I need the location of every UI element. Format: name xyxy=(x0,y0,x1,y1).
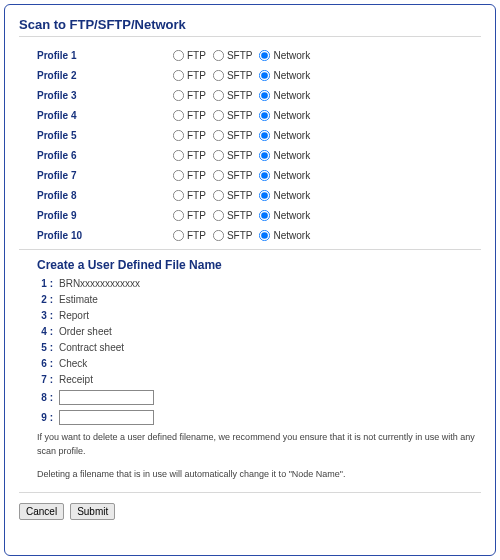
radio-input-ftp[interactable] xyxy=(173,129,184,140)
profile-label[interactable]: Profile 4 xyxy=(37,110,172,121)
radio-label-sftp: SFTP xyxy=(227,110,253,121)
radio-input-network[interactable] xyxy=(259,209,270,220)
radio-label-network: Network xyxy=(273,90,310,101)
radio-input-ftp[interactable] xyxy=(173,189,184,200)
filename-input[interactable] xyxy=(59,410,154,425)
profile-label[interactable]: Profile 6 xyxy=(37,150,172,161)
radio-sftp[interactable]: SFTP xyxy=(212,89,253,102)
radio-network[interactable]: Network xyxy=(258,169,310,182)
radio-network[interactable]: Network xyxy=(258,229,310,242)
radio-ftp[interactable]: FTP xyxy=(172,49,206,62)
radio-input-network[interactable] xyxy=(259,229,270,240)
radio-input-network[interactable] xyxy=(259,69,270,80)
radio-network[interactable]: Network xyxy=(258,209,310,222)
radio-label-sftp: SFTP xyxy=(227,70,253,81)
radio-network[interactable]: Network xyxy=(258,89,310,102)
filename-row: 3 :Report xyxy=(37,310,481,321)
radio-network[interactable]: Network xyxy=(258,189,310,202)
radio-ftp[interactable]: FTP xyxy=(172,129,206,142)
radio-input-sftp[interactable] xyxy=(213,169,224,180)
radio-input-network[interactable] xyxy=(259,169,270,180)
profile-label[interactable]: Profile 5 xyxy=(37,130,172,141)
radio-input-sftp[interactable] xyxy=(213,189,224,200)
filename-value: Check xyxy=(59,358,87,369)
radio-ftp[interactable]: FTP xyxy=(172,149,206,162)
radio-ftp[interactable]: FTP xyxy=(172,169,206,182)
radio-ftp[interactable]: FTP xyxy=(172,189,206,202)
radio-label-ftp: FTP xyxy=(187,130,206,141)
radio-ftp[interactable]: FTP xyxy=(172,209,206,222)
radio-label-network: Network xyxy=(273,190,310,201)
filename-index: 8 : xyxy=(37,392,59,403)
radio-label-sftp: SFTP xyxy=(227,230,253,241)
radio-input-sftp[interactable] xyxy=(213,129,224,140)
radio-input-sftp[interactable] xyxy=(213,109,224,120)
radio-network[interactable]: Network xyxy=(258,129,310,142)
profile-label[interactable]: Profile 2 xyxy=(37,70,172,81)
profile-row: Profile 2FTPSFTPNetwork xyxy=(37,65,471,85)
radio-input-network[interactable] xyxy=(259,89,270,100)
radio-label-ftp: FTP xyxy=(187,190,206,201)
radio-network[interactable]: Network xyxy=(258,109,310,122)
radio-input-sftp[interactable] xyxy=(213,49,224,60)
filename-row: 8 : xyxy=(37,390,481,405)
radio-sftp[interactable]: SFTP xyxy=(212,49,253,62)
radio-input-network[interactable] xyxy=(259,49,270,60)
radio-input-ftp[interactable] xyxy=(173,209,184,220)
radio-input-sftp[interactable] xyxy=(213,69,224,80)
radio-ftp[interactable]: FTP xyxy=(172,69,206,82)
radio-sftp[interactable]: SFTP xyxy=(212,69,253,82)
radio-network[interactable]: Network xyxy=(258,149,310,162)
radio-input-ftp[interactable] xyxy=(173,149,184,160)
radio-label-ftp: FTP xyxy=(187,90,206,101)
radio-group: FTPSFTPNetwork xyxy=(172,69,316,82)
radio-input-ftp[interactable] xyxy=(173,109,184,120)
profile-row: Profile 6FTPSFTPNetwork xyxy=(37,145,471,165)
profile-label[interactable]: Profile 1 xyxy=(37,50,172,61)
submit-button[interactable]: Submit xyxy=(70,503,115,520)
radio-sftp[interactable]: SFTP xyxy=(212,149,253,162)
profile-row: Profile 4FTPSFTPNetwork xyxy=(37,105,471,125)
radio-ftp[interactable]: FTP xyxy=(172,229,206,242)
filename-row: 1 :BRNxxxxxxxxxxxx xyxy=(37,278,481,289)
filename-value: Report xyxy=(59,310,89,321)
filename-value: BRNxxxxxxxxxxxx xyxy=(59,278,140,289)
radio-input-network[interactable] xyxy=(259,109,270,120)
filename-input[interactable] xyxy=(59,390,154,405)
profile-label[interactable]: Profile 10 xyxy=(37,230,172,241)
radio-sftp[interactable]: SFTP xyxy=(212,129,253,142)
radio-label-network: Network xyxy=(273,110,310,121)
radio-input-ftp[interactable] xyxy=(173,49,184,60)
radio-input-ftp[interactable] xyxy=(173,169,184,180)
radio-sftp[interactable]: SFTP xyxy=(212,209,253,222)
radio-input-sftp[interactable] xyxy=(213,149,224,160)
radio-ftp[interactable]: FTP xyxy=(172,109,206,122)
radio-input-ftp[interactable] xyxy=(173,69,184,80)
radio-input-ftp[interactable] xyxy=(173,229,184,240)
profile-label[interactable]: Profile 3 xyxy=(37,90,172,101)
radio-label-network: Network xyxy=(273,150,310,161)
radio-sftp[interactable]: SFTP xyxy=(212,189,253,202)
radio-input-sftp[interactable] xyxy=(213,209,224,220)
radio-ftp[interactable]: FTP xyxy=(172,89,206,102)
radio-input-sftp[interactable] xyxy=(213,229,224,240)
radio-input-network[interactable] xyxy=(259,189,270,200)
profile-label[interactable]: Profile 9 xyxy=(37,210,172,221)
radio-sftp[interactable]: SFTP xyxy=(212,109,253,122)
radio-label-ftp: FTP xyxy=(187,170,206,181)
radio-label-network: Network xyxy=(273,50,310,61)
profile-label[interactable]: Profile 7 xyxy=(37,170,172,181)
radio-sftp[interactable]: SFTP xyxy=(212,229,253,242)
radio-network[interactable]: Network xyxy=(258,69,310,82)
radio-network[interactable]: Network xyxy=(258,49,310,62)
radio-label-network: Network xyxy=(273,210,310,221)
radio-input-network[interactable] xyxy=(259,129,270,140)
profile-label[interactable]: Profile 8 xyxy=(37,190,172,201)
radio-input-sftp[interactable] xyxy=(213,89,224,100)
radio-sftp[interactable]: SFTP xyxy=(212,169,253,182)
filename-index: 2 : xyxy=(37,294,59,305)
radio-input-ftp[interactable] xyxy=(173,89,184,100)
radio-group: FTPSFTPNetwork xyxy=(172,89,316,102)
cancel-button[interactable]: Cancel xyxy=(19,503,64,520)
radio-input-network[interactable] xyxy=(259,149,270,160)
